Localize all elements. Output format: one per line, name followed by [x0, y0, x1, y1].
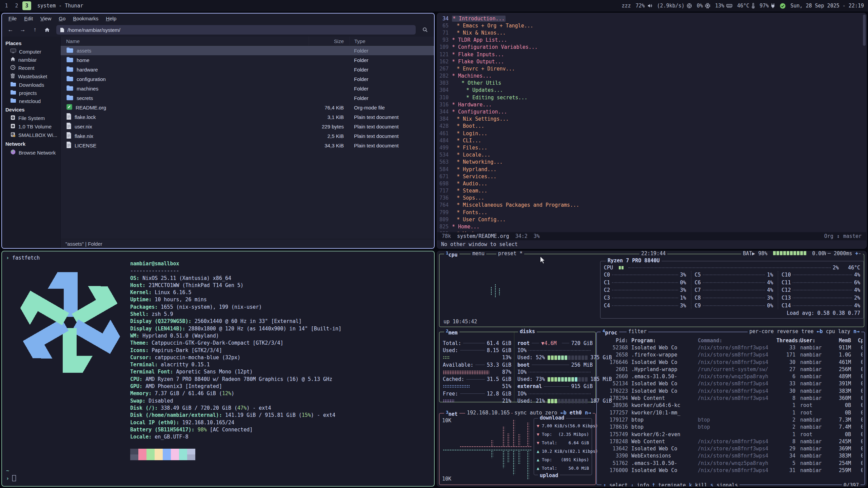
sidebar-item-projects[interactable]: projects	[2, 89, 60, 97]
table-row[interactable]: machinesFolder	[61, 84, 434, 93]
org-heading-line[interactable]: 310* Editing secrets...	[437, 94, 866, 101]
table-row[interactable]: secretsFolder	[61, 93, 434, 103]
org-heading-line[interactable]: 65* Emacs + Org + Tangle...	[437, 22, 866, 29]
up-button[interactable]: ↑	[30, 25, 40, 35]
org-heading-line[interactable]: 809* User Config...	[437, 216, 866, 223]
column-type[interactable]: Type	[349, 37, 434, 45]
org-heading-line[interactable]: 121* Flake Inputs...	[437, 51, 866, 58]
proc-col-Threads[interactable]: Threads:	[776, 338, 795, 344]
terminal-window[interactable]: › fastfetch nambiar@smallbox------------…	[1, 251, 435, 487]
process-row[interactable]: 177257kworker/10:1-mm_1root0B0.0	[598, 409, 863, 416]
sidebar-item-nextcloud[interactable]: nextcloud	[2, 97, 60, 105]
workspace-button-1[interactable]: 1	[2, 1, 11, 10]
network[interactable]: (2.9kb/s)	[657, 3, 692, 9]
org-heading-line[interactable]: 736* Sops...	[437, 195, 866, 202]
path-field[interactable]: /home/nambiar/system/	[56, 25, 416, 35]
proc-col-Cpu%[interactable]: Cpu%	[851, 338, 863, 344]
proc-col-Command[interactable]: Command:	[698, 338, 776, 344]
menu-bookmarks[interactable]: Bookmarks	[70, 15, 101, 22]
org-heading-line[interactable]: 71* Nix & Nixos...	[437, 29, 866, 36]
process-row[interactable]: 176000Isolated Web Co/nix/store/sm8fnrf3…	[598, 467, 863, 474]
table-row[interactable]: homeFolder	[61, 55, 434, 65]
menu-file[interactable]: File	[5, 15, 20, 22]
org-heading-line[interactable]: 282* Machines...	[437, 73, 866, 80]
sidebar-item-downloads[interactable]: Downloads	[2, 81, 60, 89]
proc-col-Pid[interactable]: Pid:	[598, 338, 628, 344]
proc-box-title[interactable]: 4proc	[601, 328, 619, 336]
shell-prompt-line[interactable]: ›	[6, 475, 16, 482]
filter-button[interactable]: filter	[627, 328, 648, 334]
sidebar-item-smallbox-wi-[interactable]: SMALLBOX Wi...	[2, 131, 60, 139]
process-row[interactable]: 13642Isolated Web Co/nix/store/sm8fnrf3w…	[598, 445, 863, 452]
menu-button[interactable]: menu	[471, 251, 486, 257]
sidebar-item-recent[interactable]: Recent	[2, 64, 60, 72]
volume[interactable]: 72%	[636, 3, 652, 9]
menu-edit[interactable]: Edit	[21, 15, 36, 22]
sidebar-item-computer[interactable]: Computer	[2, 47, 60, 56]
org-heading-line[interactable]: 428* Boot...	[437, 123, 866, 130]
search-button[interactable]	[420, 25, 431, 35]
workspace-button-2[interactable]: 2	[12, 1, 21, 10]
sidebar-item-nambiar[interactable]: nambiar	[2, 56, 60, 64]
process-row[interactable]: 2660.emacs-31.0.50-/nix/store/wnqz5pa8ra…	[598, 373, 863, 380]
org-heading-line[interactable]: 499* Files...	[437, 144, 866, 151]
temperature[interactable]: 46°C	[737, 3, 755, 9]
cpu-usage[interactable]: 0%	[697, 3, 710, 9]
process-row[interactable]: 179127btopbtop2nambiar7.3M0.0	[598, 416, 863, 423]
mem-box-title[interactable]: 2mem	[444, 328, 459, 336]
process-row[interactable]: 178248Web Content/nix/store/sm8fnrf3wps4…	[598, 438, 863, 445]
org-heading-line[interactable]: 534* Locale...	[437, 151, 866, 159]
cpu-box-title[interactable]: 1cpu	[444, 251, 459, 258]
org-heading-line[interactable]: 344* Configuration...	[437, 108, 866, 115]
org-heading-line[interactable]: 764* Miscellaneous Packages and Programs…	[437, 202, 866, 209]
org-heading-line[interactable]: 162* Flake Output...	[437, 58, 866, 65]
menu-help[interactable]: Help	[103, 15, 119, 22]
process-row[interactable]: 178616btopbtop2nambiar7.4M0.0	[598, 424, 863, 431]
org-heading-line[interactable]: 584* Hyprland...	[437, 166, 866, 173]
scrollbar[interactable]	[863, 15, 866, 46]
column-name[interactable]: Name	[61, 38, 309, 44]
process-row[interactable]: 178294Web Content/nix/store/sm8fnrf3wps4…	[598, 394, 863, 402]
table-row[interactable]: user.nix229 bytesPlain text document	[61, 122, 434, 131]
process-row[interactable]: 2601.Hyprland-wrapp/run/current-system/s…	[598, 366, 863, 373]
net-box-title[interactable]: 3net	[444, 410, 459, 417]
sidebar-item-browse-network[interactable]: Browse Network	[2, 148, 60, 157]
back-button[interactable]: ←	[5, 25, 16, 35]
preset-button[interactable]: preset *	[496, 251, 524, 257]
table-row[interactable]: configurationFolder	[61, 74, 434, 84]
memory-usage[interactable]: 13%	[715, 3, 732, 9]
org-heading-line[interactable]: 316* Hardware...	[437, 101, 866, 108]
sidebar-item-1-0-tb-volume[interactable]: 1,0 TB Volume	[2, 122, 60, 131]
table-row[interactable]: README.org76,4 KiBOrg-mode file	[61, 103, 434, 112]
forward-button[interactable]: →	[18, 25, 28, 35]
table-row[interactable]: LICENSE34,3 KiBPlain text document	[61, 141, 434, 150]
idle-inhibitor[interactable]: zzz	[622, 3, 631, 9]
process-row[interactable]: 3390WebExtensions/nix/store/sm8fnrf3wps4…	[598, 452, 863, 460]
org-heading-line[interactable]: 384* Nix Settings...	[437, 116, 866, 123]
org-heading-line[interactable]: 825* Home...	[437, 223, 866, 230]
menu-go[interactable]: Go	[56, 15, 68, 22]
table-row[interactable]: hardwareFolder	[61, 65, 434, 74]
org-heading-line[interactable]: 304* Updates...	[437, 87, 866, 94]
battery[interactable]: 97%	[760, 3, 775, 9]
org-heading-line[interactable]: 461* Login...	[437, 130, 866, 137]
proc-col-MemB[interactable]: MemB	[829, 338, 851, 344]
org-heading-line[interactable]: 109* Configuration Variables...	[437, 44, 866, 51]
process-row[interactable]: 51762.emacs-31.0.50-/nix/store/wnqz5pa8r…	[598, 460, 863, 467]
process-row[interactable]: 2658.firefox-wrappe/nix/store/sm8fnrf3wp…	[598, 351, 863, 359]
table-row[interactable]: assetsFolder	[61, 46, 434, 55]
org-heading-line[interactable]: 563* Networking...	[437, 159, 866, 166]
disks-box-title[interactable]: disks	[518, 328, 537, 334]
sidebar-item-file-system[interactable]: File System	[2, 114, 60, 122]
org-heading-line[interactable]: 303* Other Utils	[437, 80, 866, 87]
org-heading-line[interactable]: 484* CLI...	[437, 137, 866, 144]
clock[interactable]: Sun, 28 Sep 2025 - 22:19	[790, 3, 864, 9]
process-row[interactable]: 176646Isolated Web Co/nix/store/sm8fnrf3…	[598, 359, 863, 366]
workspace-button-3[interactable]: 3	[22, 1, 31, 10]
org-heading-line[interactable]: 799* Fonts...	[437, 209, 866, 216]
table-row[interactable]: flake.nix2,5 KiBPlain text document	[61, 131, 434, 141]
proc-col-Program[interactable]: Program:	[628, 338, 698, 344]
sidebar-item-wastebasket[interactable]: Wastebasket	[2, 72, 60, 81]
column-size[interactable]: Size	[309, 37, 349, 45]
org-buffer[interactable]: 34* Introduction...65* Emacs + Org + Tan…	[437, 13, 866, 232]
